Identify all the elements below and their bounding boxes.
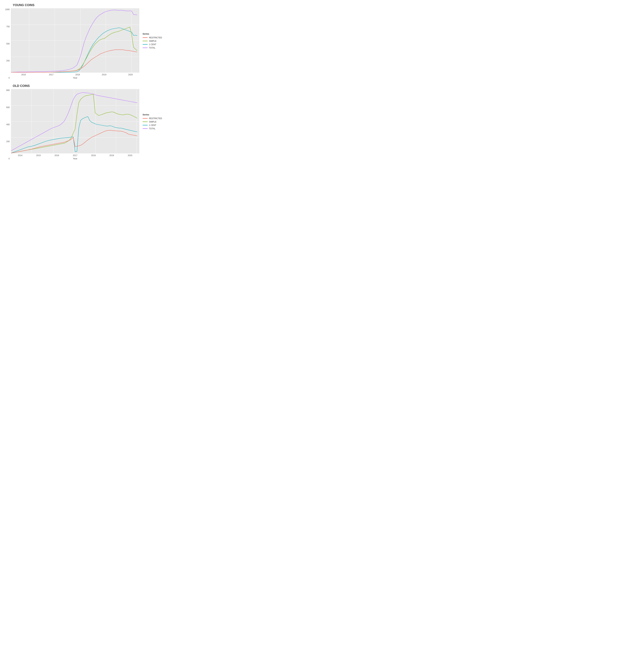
young-coins-legend-title: Series (143, 33, 163, 35)
old-legend-item-simple: SIMPLE (143, 121, 163, 123)
young-coins-area: YOUNG COINS 1000 750 500 250 0 (3, 3, 139, 79)
young-coins-inner: 1000 750 500 250 0 (3, 8, 139, 79)
legend-item-total: TOTAL (143, 47, 163, 49)
total-legend-line (143, 48, 147, 48)
old-1cent-legend-line (143, 125, 147, 125)
old-legend-item-1cent: 1 CENT (143, 124, 163, 126)
old-legend-item-total: TOTAL (143, 127, 163, 130)
charts-container: YOUNG COINS 1000 750 500 250 0 (3, 3, 166, 160)
old-coins-area: OLD COINS 800 600 400 200 0 (3, 84, 139, 160)
young-coins-legend: Series RESTRICTED SIMPLE 1 CENT TOTAL (139, 3, 166, 79)
young-coins-title: YOUNG COINS (3, 3, 139, 7)
old-coins-inner: 800 600 400 200 0 (3, 89, 139, 160)
old-coins-svg (11, 89, 139, 153)
young-coins-y-axis: 1000 750 500 250 0 (3, 8, 11, 79)
young-coins-plot-bg (11, 8, 139, 73)
old-coins-wrapper: OLD COINS 800 600 400 200 0 (3, 84, 166, 160)
legend-item-simple: SIMPLE (143, 40, 163, 42)
old-coins-x-axis: 2014 2015 2016 2017 2018 2019 2020 (11, 154, 139, 157)
old-coins-y-axis: 800 600 400 200 0 (3, 89, 11, 160)
young-coins-svg (11, 9, 139, 73)
old-coins-plot-bg (11, 89, 139, 154)
old-legend-item-restricted: RESTRICTED (143, 117, 163, 120)
old-coins-plot-area: 2014 2015 2016 2017 2018 2019 2020 Year (11, 89, 139, 160)
simple-legend-line (143, 41, 147, 41)
old-coins-legend: Series RESTRICTED SIMPLE 1 CENT TOTAL (139, 84, 166, 160)
old-total-legend-line (143, 128, 147, 129)
young-coins-wrapper: YOUNG COINS 1000 750 500 250 0 (3, 3, 166, 79)
old-simple-legend-line (143, 122, 147, 122)
young-coins-x-axis: 2016 2017 2018 2019 2020 (11, 73, 139, 76)
old-restricted-legend-line (143, 118, 147, 119)
old-coins-x-title: Year (11, 157, 139, 160)
restricted-legend-line (143, 37, 147, 38)
young-coins-plot-area: 2016 2017 2018 2019 2020 Year (11, 8, 139, 79)
1cent-legend-line (143, 44, 147, 45)
old-coins-legend-title: Series (143, 113, 163, 116)
legend-item-restricted: RESTRICTED (143, 36, 163, 39)
young-coins-x-title: Year (11, 76, 139, 79)
old-coins-title: OLD COINS (3, 84, 139, 88)
legend-item-1cent: 1 CENT (143, 43, 163, 46)
